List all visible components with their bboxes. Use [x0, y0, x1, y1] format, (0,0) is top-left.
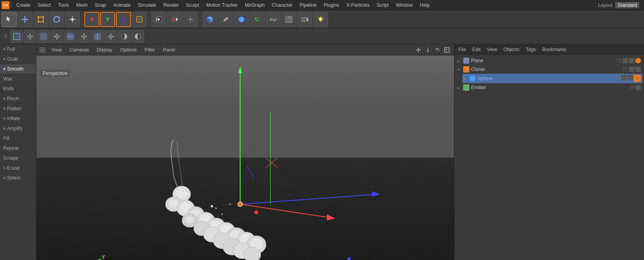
menu-simulate[interactable]: Simulate: [135, 2, 160, 9]
vp-panel[interactable]: Panel: [161, 46, 177, 54]
rp-tags[interactable]: Tags: [524, 46, 538, 53]
frame-tool-button[interactable]: [10, 30, 23, 43]
play-back-button[interactable]: [151, 12, 166, 27]
rotate-tool-button[interactable]: [49, 12, 64, 27]
viewport-maximize-icon[interactable]: [443, 46, 451, 54]
gear4-button[interactable]: [104, 30, 117, 43]
blend1-button[interactable]: [118, 30, 131, 43]
sculpt-inflate[interactable]: Inflate: [0, 114, 36, 124]
cloner-vis-icon[interactable]: [623, 67, 628, 72]
sculpt-amplify[interactable]: Amplify: [0, 124, 36, 134]
sculpt-smooth[interactable]: Smooth: [0, 64, 36, 74]
record-button[interactable]: [167, 12, 182, 27]
sculpt-grab[interactable]: Grab: [0, 54, 36, 64]
layout-value[interactable]: Standard: [615, 2, 639, 8]
rp-file[interactable]: File: [457, 46, 467, 53]
vp-options[interactable]: Options: [119, 46, 138, 54]
menu-render[interactable]: Render: [160, 2, 182, 9]
vp-cameras[interactable]: Cameras: [68, 46, 91, 54]
particles-button[interactable]: [250, 12, 265, 27]
sculpt-repeat[interactable]: Repeat: [0, 143, 36, 153]
move-tool-button[interactable]: [17, 12, 32, 27]
emitter-vis-icon[interactable]: [629, 85, 635, 90]
svg-marker-93: [416, 49, 417, 51]
plane-vis-icon[interactable]: [616, 58, 622, 63]
menu-pipeline[interactable]: Pipeline: [296, 2, 320, 9]
menu-script[interactable]: Script: [373, 2, 392, 9]
z-axis-button[interactable]: Z: [116, 12, 131, 27]
object-cloner[interactable]: ▾ Cloner ✓: [456, 65, 642, 74]
box3-button[interactable]: [91, 30, 104, 43]
vp-display[interactable]: Display: [95, 46, 114, 54]
menu-plugins[interactable]: Plugins: [321, 2, 342, 9]
sculpt-pull[interactable]: Pull: [0, 44, 36, 54]
select-tool-button[interactable]: [2, 12, 17, 27]
sculpt-erase[interactable]: Erase: [0, 163, 36, 173]
menu-motion-tracker[interactable]: Motion Tracker: [203, 2, 241, 9]
menu-create[interactable]: Create: [13, 2, 34, 9]
rp-edit[interactable]: Edit: [471, 46, 482, 53]
object-sphere[interactable]: ▸ Sphere ✓ ✓: [462, 74, 642, 83]
rp-bookmarks[interactable]: Bookmarks: [541, 46, 568, 53]
rp-objects[interactable]: Objects: [502, 46, 521, 53]
scene-canvas[interactable]: Perspective: [36, 55, 454, 260]
object-plane[interactable]: ▸ Plane ✓: [456, 56, 642, 65]
surface-button[interactable]: [266, 12, 281, 27]
gear2-button[interactable]: [51, 30, 63, 43]
viewport-refresh-icon[interactable]: [433, 46, 441, 54]
gear3-button[interactable]: [78, 30, 90, 43]
transform-tool-button[interactable]: [65, 12, 80, 27]
menu-window[interactable]: Window: [393, 2, 416, 9]
viewport-down-icon[interactable]: [424, 46, 432, 54]
menu-sculpt[interactable]: Sculpt: [183, 2, 202, 9]
sculpt-fill[interactable]: Fill: [0, 134, 36, 143]
viewport[interactable]: View Cameras Display Options Filter Pane…: [36, 44, 454, 260]
emitter-check-icon[interactable]: ✓: [635, 85, 641, 90]
sphere-check-icon[interactable]: ✓: [621, 75, 627, 80]
menu-tools[interactable]: Tools: [55, 2, 72, 9]
sphere-button[interactable]: [234, 12, 249, 27]
menu-animate[interactable]: Animate: [110, 2, 134, 9]
sculpt-flatten[interactable]: Flatten: [0, 104, 36, 114]
scale-tool-button[interactable]: [33, 12, 48, 27]
y-axis-button[interactable]: Y: [100, 12, 115, 27]
sphere-vis-icon[interactable]: [615, 75, 620, 80]
menu-help[interactable]: Help: [417, 2, 433, 9]
menu-xparticles[interactable]: X-Particles: [343, 2, 372, 9]
cloner-check2-icon[interactable]: ✓: [635, 67, 641, 72]
menu-select[interactable]: Select: [34, 2, 54, 9]
sculpt-pinch[interactable]: Pinch: [0, 94, 36, 104]
sculpt-select[interactable]: Select: [0, 173, 36, 183]
menu-character[interactable]: Character: [269, 2, 296, 9]
menu-snap[interactable]: Snap: [92, 2, 109, 9]
rp-view[interactable]: View: [485, 46, 499, 53]
vp-filter[interactable]: Filter: [143, 46, 157, 54]
vp-view[interactable]: View: [50, 46, 63, 54]
cloner-check-icon[interactable]: ✓: [629, 67, 635, 72]
light-button[interactable]: [313, 12, 328, 27]
plane-check2-icon[interactable]: ✓: [629, 58, 635, 63]
secondary-toolbar-handle[interactable]: ⠿: [2, 32, 9, 40]
sculpt-knife[interactable]: Knife: [0, 84, 36, 94]
x-axis-button[interactable]: X: [84, 12, 99, 27]
cube-button[interactable]: [202, 12, 217, 27]
grid-button[interactable]: [281, 12, 296, 27]
blend2-button[interactable]: [131, 30, 144, 43]
menu-mograph[interactable]: MoGraph: [242, 2, 268, 9]
viewport-grid-icon[interactable]: [40, 47, 45, 53]
box1-button[interactable]: [37, 30, 50, 43]
coord-button[interactable]: [132, 12, 147, 27]
sculpt-scrape[interactable]: Scrape: [0, 153, 36, 163]
cinema4d-icon[interactable]: C4: [2, 1, 9, 9]
viewport-move-icon[interactable]: [414, 46, 422, 54]
object-emitter[interactable]: ▸ Emitter ✓: [456, 83, 642, 92]
gear-tool-button[interactable]: [24, 30, 36, 43]
settings-button[interactable]: [183, 12, 198, 27]
box2-button[interactable]: [64, 30, 77, 43]
camera-button[interactable]: [297, 12, 312, 27]
sculpt-wax[interactable]: Wax: [0, 74, 36, 84]
menu-mesh[interactable]: Mesh: [73, 2, 91, 9]
pen-button[interactable]: [218, 12, 233, 27]
sphere-check2-icon[interactable]: ✓: [627, 75, 633, 80]
plane-check-icon[interactable]: ✓: [623, 58, 628, 63]
